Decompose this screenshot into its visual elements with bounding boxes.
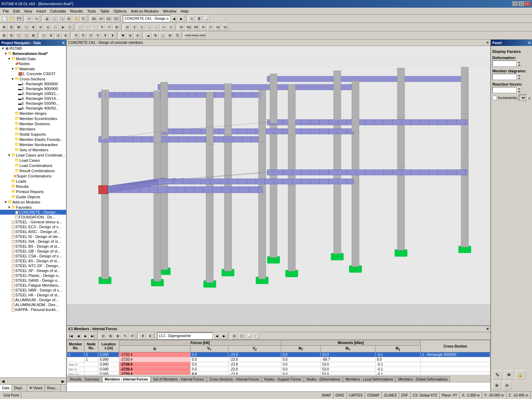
tree-aluminum-adm[interactable]: 📋 ALUMINUM ADM - Des...: [0, 302, 66, 307]
nav-scroll-right[interactable]: ►: [61, 378, 65, 384]
tb2-25[interactable]: My: [185, 24, 192, 31]
tt-10[interactable]: ⬆: [139, 333, 146, 340]
tb-rotate[interactable]: ↻: [80, 15, 87, 22]
tree-cs3[interactable]: ▬ 3: Rectangle 1000/1...: [0, 91, 66, 96]
tree-steel-ntcdf[interactable]: 📋 STEEL NTC-DF - Design...: [0, 263, 66, 268]
tb2-15[interactable]: ✂: [106, 24, 113, 31]
right-btn-zoom-fit[interactable]: ⊕: [492, 381, 501, 390]
tree-steel-plastic[interactable]: 📋 STEEL Plastic - Design o...: [0, 273, 66, 278]
table-row[interactable]: Min N 0.000 -2720.4 0.0 -23.8 0.0 53.0 -…: [67, 367, 490, 372]
nav-tree[interactable]: ▼ 🖥 RSTAB ▼ 📁 Betonrahmen-final* ▼ 📁 Mod…: [0, 46, 66, 377]
tb-pan[interactable]: ✋: [73, 15, 80, 22]
tt-9[interactable]: ⟳: [129, 333, 136, 340]
tb3-14[interactable]: ⬆: [102, 32, 109, 39]
tb-zoom2[interactable]: ⊕: [65, 15, 72, 22]
tt-lc-prev[interactable]: ◀: [213, 333, 220, 340]
table-row[interactable]: 1 5 0.000 -2720.4 0.0 -23.8 0.0 53.0 -0.…: [67, 352, 490, 357]
tree-cs4[interactable]: ▬ 4: Rectangle 550/14...: [0, 96, 66, 101]
tree-cs5[interactable]: ▬ 5: Rectangle 550/90...: [0, 101, 66, 106]
tb-redo[interactable]: ↪: [33, 15, 40, 22]
tb2-9[interactable]: ◈: [59, 24, 66, 31]
tb3-15[interactable]: ⬇: [109, 32, 116, 39]
tree-favorites[interactable]: ▼ 📁 Favorites: [0, 205, 66, 210]
tb3-18[interactable]: ⊖: [134, 32, 141, 39]
tb2-28[interactable]: V: [207, 24, 214, 31]
df-memberdiag-down[interactable]: ▼: [517, 77, 521, 80]
tb3-17[interactable]: ⊕: [127, 32, 134, 39]
tab-display[interactable]: Displ...: [12, 385, 27, 391]
tab-results-summary[interactable]: Results - Summary: [67, 376, 102, 382]
tb3-12[interactable]: ↺: [87, 32, 94, 39]
tree-loadcomb[interactable]: 📁 Load Combinations: [0, 163, 66, 168]
tb3-6[interactable]: ⬡: [40, 32, 47, 39]
tb2-24[interactable]: M: [178, 24, 185, 31]
tree-loads[interactable]: 📁 Loads: [0, 178, 66, 184]
tab-members-local[interactable]: Members - Local Deformations: [343, 376, 396, 382]
addon-dropdown[interactable]: CONCRETE CA1 - Design o: [123, 15, 170, 22]
right-btn-view[interactable]: 👁: [504, 370, 514, 380]
tree-kappa[interactable]: 📋 KAPPA - Flexural buckli...: [0, 307, 66, 312]
maximize-button[interactable]: □: [519, 1, 524, 6]
tab-nodes-support[interactable]: Nodes - Support Forces: [262, 376, 304, 382]
df-increments-spin-up[interactable]: ▲: [527, 95, 531, 101]
tb2-16[interactable]: ⊞: [113, 24, 120, 31]
status-dxf[interactable]: DXF: [399, 392, 411, 399]
tb-results3[interactable]: 📊: [203, 15, 210, 22]
tree-loadcases[interactable]: ▼ 📁 Load Cases and Combinati...: [0, 152, 66, 158]
tree-foundation[interactable]: 📋 FOUNDATION - De...: [0, 215, 66, 220]
tb2-29[interactable]: Vy: [215, 24, 221, 31]
tree-project[interactable]: ▼ 📁 Betonrahmen-final*: [0, 51, 66, 56]
tb3-16[interactable]: ✱: [120, 32, 127, 39]
right-btn-lock[interactable]: 🔒: [515, 370, 526, 380]
tt-6[interactable]: ⊞: [107, 333, 114, 340]
tb3-node[interactable]: node: [184, 32, 191, 39]
tree-results[interactable]: 📁 Results: [0, 184, 66, 189]
tb2-2[interactable]: ⊟: [8, 24, 15, 31]
menu-addon[interactable]: Add-on Modules: [129, 8, 161, 14]
tt-last[interactable]: ▶|: [89, 333, 96, 340]
tt-15[interactable]: 📋: [253, 333, 260, 340]
tb3-23[interactable]: ☰: [174, 32, 181, 39]
right-close[interactable]: ✕: [528, 41, 531, 45]
status-glines[interactable]: GLINES: [382, 392, 399, 399]
menu-file[interactable]: File: [1, 8, 11, 14]
tb-open[interactable]: 📂: [8, 15, 15, 22]
tree-lc[interactable]: 📁 Load Cases: [0, 158, 66, 163]
tt-next[interactable]: ▶: [82, 333, 89, 340]
tab-data[interactable]: Data: [0, 385, 12, 391]
tb-xz[interactable]: XZ: [105, 15, 112, 22]
tb2-6[interactable]: ⊖: [37, 24, 44, 31]
status-snap[interactable]: SNAP: [319, 392, 333, 399]
tree-materials[interactable]: ▼ 📁 Materials: [0, 66, 66, 71]
tb-prev[interactable]: ◀: [171, 15, 178, 22]
tree-steel-hk[interactable]: 📋 STEEL HK - Design of st...: [0, 293, 66, 297]
tree-steel-gb[interactable]: 📋 STEEL GB - Design of st...: [0, 249, 66, 254]
tree-steel-aisc[interactable]: 📋 STEEL AISC - Design of...: [0, 229, 66, 234]
tb-results1[interactable]: ≡: [188, 15, 195, 22]
structure-canvas[interactable]: [67, 46, 490, 325]
df-memberdiag-up[interactable]: ▲: [517, 74, 521, 77]
tree-addon[interactable]: ▼ 📁 Add-on Modules: [0, 199, 66, 205]
tree-setsmembers[interactable]: 📁 Sets of Members: [0, 147, 66, 152]
tb3-22[interactable]: ⊞: [167, 32, 174, 39]
tb3-11[interactable]: ⟳: [80, 32, 87, 39]
tab-set-members[interactable]: Set of Members - Internal Forces: [151, 376, 207, 382]
expand-rstab[interactable]: ▼: [1, 47, 5, 50]
tb2-18[interactable]: Σ: [131, 24, 138, 31]
tab-members-global[interactable]: Members - Global Deformations: [396, 376, 450, 382]
tree-steel-general[interactable]: 📋 STEEL - General stress a...: [0, 220, 66, 224]
view3d-close[interactable]: ✕: [486, 41, 489, 45]
tb3-plate[interactable]: plate: [199, 32, 206, 39]
df-reaction-up[interactable]: ▲: [517, 87, 521, 90]
tt-5[interactable]: ⊟: [100, 333, 107, 340]
tb3-5[interactable]: ⊠: [30, 32, 37, 39]
tree-steel-fatigue[interactable]: 📋 STEEL Fatigue Members...: [0, 283, 66, 288]
tree-cs6[interactable]: ▬ 6: Rectangle 400/50...: [0, 106, 66, 111]
tb-new[interactable]: 📄: [1, 15, 8, 22]
tb-print[interactable]: 🖨: [43, 15, 50, 22]
tb3-2[interactable]: ⊟: [8, 32, 15, 39]
tree-steel-bs[interactable]: 📋 STEEL BS - Design of st...: [0, 244, 66, 249]
tt-12[interactable]: ⊟: [231, 333, 238, 340]
df-increments-check[interactable]: [492, 96, 497, 100]
nav-close[interactable]: ✕: [62, 41, 65, 45]
